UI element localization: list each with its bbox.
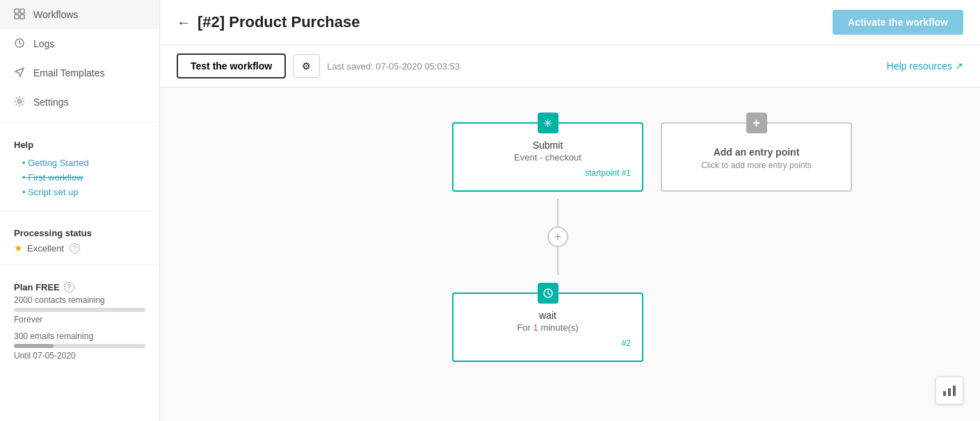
help-title: Help bbox=[14, 140, 145, 150]
add-step-circle[interactable]: + bbox=[547, 226, 568, 247]
page-title: [#2] Product Purchase bbox=[198, 13, 360, 31]
node-wait-title: wait bbox=[539, 310, 556, 321]
sidebar-item-label: Settings bbox=[33, 97, 69, 108]
processing-info-icon[interactable]: ? bbox=[70, 243, 80, 254]
asterisk-icon: ✳ bbox=[543, 117, 552, 130]
grid-icon bbox=[14, 8, 26, 21]
plan-title: Plan FREE bbox=[14, 282, 60, 292]
node-add-entry[interactable]: + Add an entry point Click to add more e… bbox=[661, 122, 852, 192]
node-submit-title: Submit bbox=[533, 140, 563, 151]
node-submit[interactable]: ✳ Submit Event - checkout startpoint #1 bbox=[452, 122, 643, 192]
contacts-note: Forever bbox=[14, 315, 145, 324]
gear-icon bbox=[14, 96, 26, 108]
node-add-entry-icon: + bbox=[746, 113, 767, 133]
main-content: ← [#2] Product Purchase Activate the wor… bbox=[160, 0, 980, 421]
connector-line-1 bbox=[557, 199, 559, 226]
script-setup-link[interactable]: Script set up bbox=[14, 185, 145, 199]
sidebar-item-label: Email Templates bbox=[33, 67, 104, 79]
page-header: ← [#2] Product Purchase Activate the wor… bbox=[160, 0, 980, 45]
node-wait-subtitle: For 1 minute(s) bbox=[517, 322, 578, 333]
connector-line-2 bbox=[557, 247, 559, 275]
node-submit-container: ✳ Submit Event - checkout startpoint #1 bbox=[452, 122, 643, 192]
svg-rect-8 bbox=[948, 388, 951, 396]
svg-rect-0 bbox=[15, 9, 19, 13]
help-resources-link[interactable]: Help resources ↗ bbox=[887, 60, 963, 72]
back-button[interactable]: ← bbox=[177, 15, 191, 31]
emails-progress-fill bbox=[14, 344, 54, 348]
svg-point-5 bbox=[18, 100, 22, 104]
processing-status: Excellent bbox=[27, 243, 64, 254]
node-wait-container: wait For 1 minute(s) #2 bbox=[452, 292, 643, 362]
emails-progress-bar bbox=[14, 344, 145, 348]
plan-section: Plan FREE ? 2000 contacts remaining Fore… bbox=[0, 271, 159, 373]
contacts-progress-bar bbox=[14, 308, 145, 312]
test-workflow-button[interactable]: Test the workflow bbox=[177, 53, 286, 79]
processing-section: Processing status ★ Excellent ? bbox=[0, 217, 159, 259]
node-wait[interactable]: wait For 1 minute(s) #2 bbox=[452, 292, 643, 362]
star-icon: ★ bbox=[14, 242, 23, 254]
node-wait-label: #2 bbox=[465, 338, 631, 348]
processing-title: Processing status bbox=[14, 228, 145, 238]
svg-rect-9 bbox=[953, 386, 956, 396]
first-workflow-link[interactable]: First workflow bbox=[14, 170, 145, 185]
sidebar-item-settings[interactable]: Settings bbox=[0, 88, 159, 117]
svg-rect-1 bbox=[20, 9, 24, 13]
sidebar-item-workflows[interactable]: Workflows bbox=[0, 0, 159, 29]
sidebar-item-email-templates[interactable]: Email Templates bbox=[0, 58, 159, 88]
sidebar-item-label: Workflows bbox=[33, 9, 78, 20]
sidebar-item-label: Logs bbox=[33, 38, 54, 49]
sidebar-item-logs[interactable]: Logs bbox=[0, 29, 159, 58]
node-add-entry-title: Add an entry point bbox=[714, 147, 800, 158]
node-submit-icon: ✳ bbox=[538, 113, 559, 133]
node-submit-subtitle: Event - checkout bbox=[514, 152, 581, 163]
svg-rect-2 bbox=[15, 15, 19, 19]
plan-info-icon[interactable]: ? bbox=[64, 282, 74, 292]
workflow-canvas[interactable]: ✳ Submit Event - checkout startpoint #1 … bbox=[160, 88, 980, 421]
contacts-remaining: 2000 contacts remaining bbox=[14, 295, 145, 305]
node-add-entry-container: + Add an entry point Click to add more e… bbox=[661, 122, 852, 192]
svg-rect-3 bbox=[20, 15, 24, 19]
header-title-group: ← [#2] Product Purchase bbox=[177, 13, 360, 31]
chart-button[interactable] bbox=[935, 377, 963, 404]
canvas-inner: ✳ Submit Event - checkout startpoint #1 … bbox=[160, 88, 980, 421]
clock-icon bbox=[14, 38, 26, 50]
sidebar: Workflows Logs Email Templates Settings bbox=[0, 0, 160, 421]
send-icon bbox=[14, 67, 26, 79]
getting-started-link[interactable]: Getting Started bbox=[14, 156, 145, 170]
svg-rect-7 bbox=[943, 391, 946, 396]
emails-note: Until 07-05-2020 bbox=[14, 351, 145, 361]
help-section: Help Getting Started First workflow Scri… bbox=[0, 129, 159, 205]
activate-workflow-button[interactable]: Activate the workflow bbox=[833, 10, 963, 35]
wait-duration: 1 bbox=[533, 322, 538, 333]
toolbar: Test the workflow ⚙ Last saved: 07-05-20… bbox=[160, 45, 980, 88]
settings-gear-button[interactable]: ⚙ bbox=[293, 54, 320, 78]
last-saved-label: Last saved: 07-05-2020 05:03:53 bbox=[327, 61, 880, 72]
node-submit-label: startpoint #1 bbox=[465, 168, 631, 178]
help-resources-label: Help resources bbox=[887, 60, 952, 72]
node-wait-icon bbox=[538, 283, 559, 304]
node-add-entry-subtitle: Click to add more entry points bbox=[701, 160, 812, 170]
external-link-icon: ↗ bbox=[955, 60, 963, 72]
emails-remaining: 300 emails remaining bbox=[14, 331, 145, 341]
